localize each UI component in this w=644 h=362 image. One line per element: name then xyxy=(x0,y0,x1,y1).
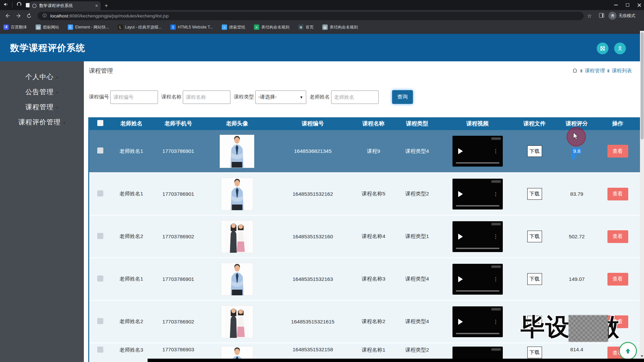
bookmark-item[interactable]: ▤图标网站 xyxy=(36,23,59,31)
video-progress-bar[interactable] xyxy=(456,205,499,206)
filter-field: 课程名称 xyxy=(161,90,230,104)
incognito-badge: 无痕模式 xyxy=(608,11,635,20)
view-button[interactable]: 查看 xyxy=(607,230,628,243)
view-button[interactable]: 查看 xyxy=(607,188,628,200)
bookmark-item[interactable]: EElement - 网站快... xyxy=(68,23,109,31)
new-tab-button[interactable]: + xyxy=(105,2,108,9)
select-all-checkbox[interactable] xyxy=(97,120,103,126)
video-progress-bar[interactable] xyxy=(456,290,499,292)
course-no-cell: 164853515321615 xyxy=(269,300,357,343)
window-minimize-button[interactable] xyxy=(614,5,618,5)
bookmark-item[interactable]: ⊕首页 xyxy=(298,23,314,31)
breadcrumb-link-course-list[interactable]: 课程列表 xyxy=(612,68,632,74)
url-text: localhost:8080/kechengpingjia/jsp/module… xyxy=(50,13,169,18)
course-name-cell: 课程名称4 xyxy=(357,215,390,258)
filter-select[interactable]: -请选择-▼ xyxy=(255,90,306,104)
browser-tab[interactable]: 数学课程评价系统 × xyxy=(30,1,101,10)
bookmark-icon: ▤ xyxy=(36,24,41,30)
search-button[interactable]: 查询 xyxy=(392,90,413,104)
browser-tab-bar: 数学课程评价系统 × + xyxy=(0,0,644,10)
row-checkbox[interactable] xyxy=(97,233,103,239)
row-checkbox[interactable] xyxy=(97,276,103,282)
sidebar-item-4[interactable]: 课程评价管理 xyxy=(0,115,84,130)
play-icon[interactable] xyxy=(458,319,463,325)
play-icon[interactable] xyxy=(458,148,463,154)
bookmark-star-icon[interactable]: ☆ xyxy=(587,13,592,19)
window-close-button[interactable] xyxy=(637,3,641,7)
page-scrollbar[interactable] xyxy=(640,31,644,362)
download-link[interactable]: 下载 xyxy=(527,347,542,358)
video-menu-icon[interactable]: ⋮ xyxy=(493,148,499,154)
filter-input[interactable] xyxy=(110,90,158,104)
row-checkbox-cell xyxy=(89,343,111,362)
play-icon[interactable] xyxy=(458,276,463,282)
scrollbar-down-arrow[interactable] xyxy=(641,355,643,357)
teacher-avatar xyxy=(220,135,254,168)
back-to-top-button[interactable] xyxy=(619,342,637,360)
table-row: 老师姓名11770378690116485351532163课程名称3课程类型4… xyxy=(89,258,640,300)
address-bar[interactable]: localhost:8080/kechengpingjia/jsp/module… xyxy=(38,12,584,20)
download-link[interactable]: 下载 xyxy=(527,273,542,285)
user-button[interactable] xyxy=(614,43,626,54)
play-icon[interactable] xyxy=(458,191,463,197)
action-cell: 查看 xyxy=(596,130,640,173)
bookmark-item[interactable]: LLayui - 经典开源模... xyxy=(118,23,162,31)
tab-close-icon[interactable]: × xyxy=(95,3,98,8)
volume-icon[interactable] xyxy=(3,2,9,8)
course-video-player[interactable]: ⋮ xyxy=(452,179,503,209)
course-video-player[interactable]: ⋮ xyxy=(452,221,503,252)
video-progress-bar[interactable] xyxy=(456,333,499,334)
course-no-cell: 16485351532163 xyxy=(269,258,357,300)
teacher-phone-cell: 17703786902 xyxy=(152,300,205,343)
fullscreen-button[interactable] xyxy=(597,43,608,54)
column-header: 操作 xyxy=(596,117,640,130)
sidebar-item-3[interactable]: 课程管理 xyxy=(0,100,84,115)
video-menu-icon[interactable]: ⋮ xyxy=(493,276,499,282)
side-panel-icon[interactable] xyxy=(599,13,604,18)
info-icon[interactable] xyxy=(42,13,47,19)
row-checkbox[interactable] xyxy=(97,147,103,154)
teacher-photo-cell xyxy=(205,258,269,300)
bookmark-item[interactable]: 5HTML5 Website T... xyxy=(170,23,213,31)
home-icon[interactable] xyxy=(572,67,578,74)
course-file-cell: 下载 xyxy=(511,173,558,215)
filter-input[interactable] xyxy=(331,90,379,104)
course-video-player[interactable]: ⋮ xyxy=(452,136,503,167)
reload-icon[interactable] xyxy=(26,13,32,19)
app-header: 数学课程评价系统 xyxy=(0,34,644,61)
sidebar-item-1[interactable]: 个人中心 xyxy=(0,69,84,84)
window-maximize-button[interactable] xyxy=(626,3,629,7)
download-link[interactable]: 下载 xyxy=(527,145,542,157)
video-menu-icon[interactable]: ⋮ xyxy=(493,234,499,240)
recorder-icon[interactable] xyxy=(16,1,22,9)
sidebar-item-2[interactable]: 公告管理 xyxy=(0,84,84,100)
view-button[interactable]: 查看 xyxy=(607,145,628,158)
breadcrumb-link-course-management[interactable]: 课程管理 xyxy=(585,68,605,74)
video-progress-bar[interactable] xyxy=(456,162,499,164)
download-link[interactable]: 下载 xyxy=(527,188,542,200)
row-checkbox[interactable] xyxy=(97,347,103,353)
filter-input[interactable] xyxy=(183,90,230,104)
video-menu-icon[interactable]: ⋮ xyxy=(493,191,499,197)
bookmark-item[interactable]: ≡表结构命名规则 xyxy=(254,23,289,31)
video-menu-icon[interactable]: ⋮ xyxy=(493,319,499,325)
download-link[interactable]: 下载 xyxy=(527,231,542,242)
course-video-player[interactable]: ⋮ xyxy=(452,264,503,295)
filter-label: 课程名称 xyxy=(161,94,181,100)
course-video-player[interactable]: ⋮ xyxy=(452,306,503,337)
teacher-name-cell: 老师姓名2 xyxy=(111,215,152,258)
bookmark-item[interactable]: 译百度翻译 xyxy=(3,23,27,31)
forward-icon[interactable] xyxy=(15,13,21,19)
view-button[interactable]: 查看 xyxy=(607,273,628,286)
row-checkbox[interactable] xyxy=(97,190,103,196)
scrollbar-thumb[interactable] xyxy=(641,32,644,139)
back-icon[interactable] xyxy=(5,13,11,19)
bookmark-item[interactable]: ◍表结构命名规则 xyxy=(322,23,358,31)
row-checkbox[interactable] xyxy=(97,318,103,324)
course-name-cell: 课程名称5 xyxy=(357,173,390,215)
page-title: 课程管理 xyxy=(89,67,113,75)
video-progress-bar[interactable] xyxy=(456,248,499,249)
sidebar-item-label: 个人中心 xyxy=(25,72,54,81)
play-icon[interactable] xyxy=(458,234,463,240)
bookmark-item[interactable]: ≈搜索壁纸 xyxy=(222,23,245,31)
